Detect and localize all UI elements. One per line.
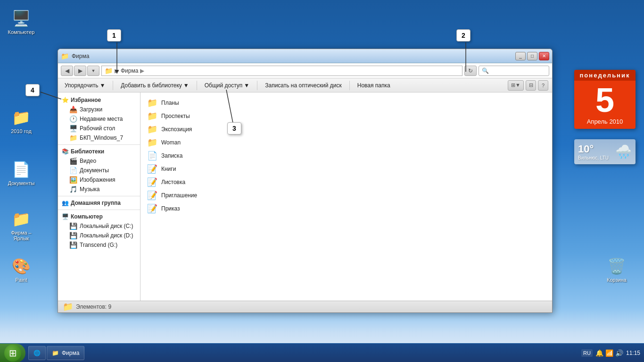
new-folder-button[interactable]: Новая папка bbox=[355, 80, 393, 91]
file-item-ekspoziciya[interactable]: 📁 Экспозиция bbox=[144, 123, 548, 136]
content-area: ⭐ Избранное 📥 Загрузки 🕐 Недавние места bbox=[58, 93, 552, 301]
firma-folder-icon: 📁 bbox=[12, 210, 31, 228]
documents-lib-icon: 📄 bbox=[69, 167, 77, 174]
weather-left: 10° Вильнюс, LTU bbox=[578, 143, 609, 160]
bkp-label: БКП_Windows_7 bbox=[80, 135, 123, 141]
status-folder-icon: 📁 bbox=[63, 302, 73, 312]
listovka-word-icon: 📝 bbox=[147, 177, 157, 187]
preview-pane-button[interactable]: ⊟ bbox=[526, 80, 536, 91]
sidebar-item-documents-lib[interactable]: 📄 Документы bbox=[58, 166, 140, 175]
close-button[interactable]: ✕ bbox=[539, 52, 549, 60]
sidebar-item-drive-d[interactable]: 💾 Локальный диск (D:) bbox=[58, 231, 140, 240]
start-button[interactable]: ⊞ bbox=[0, 344, 25, 362]
prikaz-word-icon: 📝 bbox=[147, 203, 157, 214]
search-box[interactable]: 🔍 bbox=[479, 66, 549, 76]
help-button[interactable]: ? bbox=[538, 80, 548, 91]
folder-path-icon: 📁 bbox=[105, 67, 113, 75]
desktop-icon-computer[interactable]: 🖥️ Компьютер bbox=[2, 7, 40, 37]
sidebar-header-favorites[interactable]: ⭐ Избранное bbox=[58, 95, 140, 105]
weather-icon: 🌧️ bbox=[615, 144, 632, 160]
homegroup-icon: 👥 bbox=[62, 200, 69, 206]
sidebar-item-desktop[interactable]: 🖥️ Рабочий стол bbox=[58, 124, 140, 133]
desktop-icon-documents[interactable]: 📄 Документы bbox=[2, 158, 40, 188]
breadcrumb-separator2: ▶ bbox=[140, 67, 144, 74]
burn-button[interactable]: Записать на оптический диск bbox=[262, 80, 345, 91]
desktop-icon-firma[interactable]: 📁 Фирма – Ярлык bbox=[2, 208, 40, 243]
title-bar-left: 📁 Фирма bbox=[61, 52, 89, 60]
images-label: Изображения bbox=[80, 177, 115, 183]
sidebar-item-drive-c[interactable]: 💾 Локальный диск (C:) bbox=[58, 221, 140, 231]
sidebar-divider-3 bbox=[58, 210, 140, 210]
zapiska-doc-icon: 📄 bbox=[147, 151, 157, 161]
file-item-listovka[interactable]: 📝 Листовка bbox=[144, 176, 548, 189]
organize-arrow-icon: ▼ bbox=[99, 82, 105, 89]
desktop: 🖥️ Компьютер 📁 2010 год 📄 Документы 📁 Фи… bbox=[0, 0, 644, 362]
share-button[interactable]: Общий доступ ▼ bbox=[202, 80, 253, 91]
back-button[interactable]: ◀ bbox=[61, 66, 73, 76]
sidebar-item-video[interactable]: 🎬 Видео bbox=[58, 156, 140, 166]
toolbar-separator-4 bbox=[349, 81, 350, 90]
sidebar-divider-2 bbox=[58, 196, 140, 196]
sidebar-item-bkp[interactable]: 📁 БКП_Windows_7 bbox=[58, 133, 140, 143]
minimize-button[interactable]: _ bbox=[515, 52, 526, 60]
taskbar-item-firma[interactable]: 📁 Фирма bbox=[47, 346, 84, 360]
libraries-label: Библиотеки bbox=[71, 148, 104, 155]
tray-icon-3: 🔊 bbox=[615, 349, 623, 357]
forward-button[interactable]: ▶ bbox=[74, 66, 86, 76]
prospekty-folder-icon: 📁 bbox=[147, 111, 157, 121]
refresh-button[interactable]: ↻ bbox=[464, 66, 477, 76]
documents-lib-label: Документы bbox=[80, 167, 109, 174]
address-path[interactable]: 📁 ▶ Фирма ▶ bbox=[101, 66, 462, 76]
toolbar-separator-1 bbox=[113, 81, 113, 90]
breadcrumb-separator: ▶ bbox=[115, 67, 119, 74]
music-icon: 🎵 bbox=[69, 185, 77, 193]
sidebar-item-recent[interactable]: 🕐 Недавние места bbox=[58, 114, 140, 124]
recent-icon: 🕐 bbox=[69, 115, 77, 123]
drive-c-label: Локальный диск (C:) bbox=[80, 223, 133, 229]
sidebar-item-transcend[interactable]: 💾 Transcend (G:) bbox=[58, 240, 140, 250]
title-bar-controls: _ □ ✕ bbox=[515, 52, 549, 60]
file-item-prospekty[interactable]: 📁 Проспекты bbox=[144, 109, 548, 123]
sidebar-item-music[interactable]: 🎵 Музыка bbox=[58, 185, 140, 194]
organize-button[interactable]: Упорядочить ▼ bbox=[62, 80, 108, 91]
downloads-icon: 📥 bbox=[69, 106, 77, 113]
sidebar-section-computer: 🖥️ Компьютер 💾 Локальный диск (C:) 💾 Лок… bbox=[58, 212, 140, 250]
images-icon: 🖼️ bbox=[69, 176, 77, 184]
desktop-sidebar-icon: 🖥️ bbox=[69, 125, 77, 132]
drive-d-label: Локальный диск (D:) bbox=[80, 232, 133, 239]
taskbar-item-ie[interactable]: 🌐 bbox=[28, 346, 46, 360]
prikaz-label: Приказ bbox=[161, 205, 180, 212]
add-library-button[interactable]: Добавить в библиотеку ▼ bbox=[118, 80, 191, 91]
maximize-button[interactable]: □ bbox=[527, 52, 537, 60]
sidebar-item-downloads[interactable]: 📥 Загрузки bbox=[58, 105, 140, 114]
calendar-month: Апрель 2010 bbox=[574, 117, 636, 129]
computer-sidebar-label: Компьютер bbox=[71, 213, 103, 220]
file-item-zapiska[interactable]: 📄 Записка bbox=[144, 149, 548, 162]
file-item-woman[interactable]: 📁 Woman bbox=[144, 136, 548, 149]
file-item-prikaz[interactable]: 📝 Приказ bbox=[144, 202, 548, 215]
priglashenie-word-icon: 📝 bbox=[147, 190, 157, 201]
title-bar: 📁 Фирма _ □ ✕ bbox=[58, 49, 552, 63]
sidebar-header-computer[interactable]: 🖥️ Компьютер bbox=[58, 212, 140, 221]
sidebar-section-favorites: ⭐ Избранное 📥 Загрузки 🕐 Недавние места bbox=[58, 95, 140, 143]
music-label: Музыка bbox=[80, 186, 99, 193]
file-item-plans[interactable]: 📁 Планы bbox=[144, 96, 548, 109]
status-bar: 📁 Элементов: 9 bbox=[58, 301, 552, 312]
file-item-priglashenie[interactable]: 📝 Приглашение bbox=[144, 189, 548, 202]
calendar-widget: понедельник 5 Апрель 2010 bbox=[574, 70, 636, 129]
weather-temp: 10° bbox=[578, 143, 609, 155]
file-item-knigi[interactable]: 📝 Книги bbox=[144, 162, 548, 176]
dropdown-button[interactable]: ▼ bbox=[87, 66, 99, 76]
callout-2: 2 bbox=[456, 29, 471, 42]
desktop-icon-paint[interactable]: 🎨 Paint bbox=[2, 255, 40, 285]
downloads-label: Загрузки bbox=[80, 106, 102, 113]
view-toggle-button[interactable]: ⊞▼ bbox=[508, 80, 524, 91]
sidebar-header-libraries[interactable]: 📚 Библиотеки bbox=[58, 147, 140, 156]
burn-label: Записать на оптический диск bbox=[265, 82, 342, 89]
desktop-icon-recycle[interactable]: 🗑️ Корзина bbox=[598, 255, 636, 285]
sidebar-header-homegroup[interactable]: 👥 Домашняя группа bbox=[58, 198, 140, 208]
taskbar-items: 🌐 📁 Фирма bbox=[25, 346, 578, 360]
sidebar-item-images[interactable]: 🖼️ Изображения bbox=[58, 175, 140, 185]
desktop-icon-2010[interactable]: 📁 2010 год bbox=[2, 106, 40, 136]
status-text: Элементов: 9 bbox=[76, 303, 111, 310]
